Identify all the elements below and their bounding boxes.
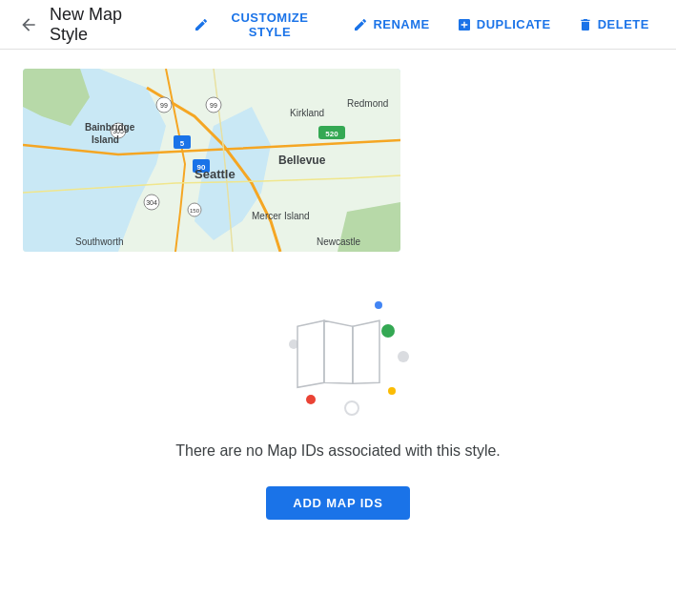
svg-text:5: 5 [180,139,185,148]
folded-map-svg [296,318,381,390]
delete-label: DELETE [598,17,649,31]
header: New Map Style CUSTOMIZE STYLE RENAME DUP… [0,0,676,50]
page-title: New Map Style [50,5,163,45]
header-actions: CUSTOMIZE STYLE RENAME DUPLICATE DELETE [182,5,661,45]
svg-text:Kirkland: Kirkland [290,108,324,118]
green-dot [381,324,395,338]
svg-text:Newcastle: Newcastle [317,236,361,247]
duplicate-button[interactable]: DUPLICATE [445,11,563,38]
svg-text:304: 304 [146,199,157,206]
svg-text:520: 520 [325,130,338,138]
trash-icon [578,17,593,32]
svg-text:99: 99 [160,102,168,109]
yellow-dot [388,387,396,395]
empty-state: There are no Map IDs associated with thi… [23,275,653,543]
svg-text:150: 150 [190,208,200,214]
svg-text:Mercer Island: Mercer Island [252,211,310,221]
gray-dot-right [398,351,409,362]
rename-button[interactable]: RENAME [341,11,440,38]
red-dot [306,395,316,404]
svg-text:Southworth: Southworth [75,236,124,247]
rename-label: RENAME [373,17,429,31]
outline-dot [344,400,359,416]
back-button[interactable] [15,11,42,38]
svg-text:Bellevue: Bellevue [278,154,326,167]
svg-text:Island: Island [92,134,119,145]
svg-text:99: 99 [210,102,217,109]
customize-style-button[interactable]: CUSTOMIZE STYLE [182,5,338,45]
empty-state-message: There are no Map IDs associated with thi… [175,442,501,460]
svg-text:Redmond: Redmond [347,98,388,109]
blue-dot [375,301,382,309]
delete-button[interactable]: DELETE [566,11,661,38]
duplicate-icon [457,17,472,32]
svg-text:Bainbridge: Bainbridge [85,122,135,133]
map-preview: 5 90 305 99 99 304 150 520 Bainbridge Is… [23,69,400,252]
empty-state-illustration [262,275,415,427]
rename-icon [353,17,368,32]
svg-text:Seattle: Seattle [195,167,236,181]
main-content: 5 90 305 99 99 304 150 520 Bainbridge Is… [0,50,676,562]
add-map-ids-button[interactable]: ADD MAP IDS [266,486,410,520]
pencil-icon [194,17,209,32]
duplicate-label: DUPLICATE [477,17,551,31]
customize-style-label: CUSTOMIZE STYLE [214,10,327,39]
